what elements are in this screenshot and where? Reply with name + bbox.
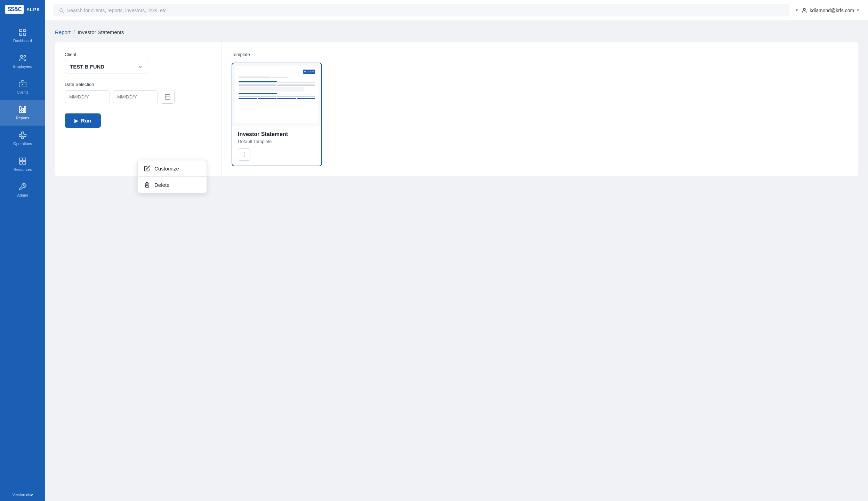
svg-point-26 [60, 8, 63, 11]
admin-icon [18, 183, 27, 191]
search-placeholder: Search for clients, reports, investors, … [67, 8, 168, 13]
template-name: Investor Statement [238, 131, 316, 137]
svg-rect-1 [23, 29, 26, 32]
report-left-panel: Client TEST B FUND Date Selection [55, 42, 222, 176]
context-menu-delete[interactable]: Delete [138, 177, 207, 193]
delete-icon [144, 182, 150, 188]
sidebar-item-reports-label: Reports [16, 116, 30, 120]
sidebar-logo: SS&C ALPS [0, 0, 45, 19]
doc-grid-1 [239, 82, 315, 86]
sidebar-item-dashboard-label: Dashboard [13, 39, 32, 43]
run-icon: ▶ [74, 118, 78, 124]
context-menu: Customize Delete [137, 160, 207, 193]
sidebar-item-admin[interactable]: Admin [0, 177, 45, 203]
delete-label: Delete [154, 182, 169, 188]
sidebar-item-operations[interactable]: Operations [0, 126, 45, 151]
svg-rect-2 [19, 33, 22, 35]
operations-icon [18, 131, 27, 140]
svg-rect-22 [19, 158, 22, 161]
sidebar-item-operations-label: Operations [13, 142, 32, 146]
sidebar-nav: Dashboard Employees Clients [0, 19, 45, 488]
sidebar-item-dashboard[interactable]: Dashboard [0, 23, 45, 48]
svg-rect-13 [24, 106, 26, 113]
doc-logo: SS&C ALPS [239, 70, 315, 74]
calendar-icon-button[interactable] [161, 90, 175, 104]
clients-icon [18, 80, 27, 88]
svg-rect-12 [22, 111, 24, 113]
resources-icon [18, 157, 27, 165]
svg-rect-24 [19, 161, 22, 164]
sidebar-item-resources[interactable]: Resources [0, 151, 45, 177]
sidebar-item-clients[interactable]: Clients [0, 74, 45, 100]
client-value: TEST B FUND [70, 64, 104, 70]
topbar-dropdown-arrow[interactable]: ▼ [795, 8, 798, 12]
sidebar-item-clients-label: Clients [17, 90, 29, 94]
svg-rect-17 [24, 134, 26, 136]
report-card: Client TEST B FUND Date Selection [55, 42, 858, 176]
doc-line-body [239, 87, 304, 92]
template-section-label: Template [232, 52, 849, 57]
date-label: Date Selection [65, 82, 212, 87]
svg-rect-25 [23, 161, 26, 164]
date-end-input[interactable] [113, 90, 158, 103]
template-info: Investor Statement Default Template ⋮ [232, 126, 321, 166]
user-email: kdiamond@krfs.com [810, 8, 854, 13]
breadcrumb-link-report[interactable]: Report [55, 29, 71, 35]
more-dots: ⋮ [241, 151, 247, 158]
sidebar: SS&C ALPS Dashboard Employees [0, 0, 45, 501]
client-dropdown-icon [137, 64, 143, 70]
sidebar-item-employees[interactable]: Employees [0, 48, 45, 74]
document-preview: SS&C ALPS [235, 66, 319, 123]
doc-line-2 [239, 77, 288, 78]
sidebar-item-reports[interactable]: Reports [0, 100, 45, 126]
svg-point-28 [803, 8, 805, 10]
search-icon [59, 8, 64, 13]
breadcrumb-separator: / [73, 29, 75, 35]
topbar-right: ▼ kdiamond@krfs.com ▼ [795, 7, 860, 14]
svg-point-4 [21, 55, 23, 57]
doc-line-3 [239, 79, 269, 79]
doc-grid-3 [239, 98, 315, 99]
user-icon [801, 7, 807, 14]
sidebar-item-employees-label: Employees [13, 64, 32, 69]
date-inputs [65, 90, 212, 104]
context-menu-customize[interactable]: Customize [138, 160, 207, 176]
user-info[interactable]: kdiamond@krfs.com ▼ [801, 7, 860, 14]
breadcrumb: Report / Investor Statements [55, 29, 858, 35]
date-section: Date Selection [65, 82, 212, 104]
sidebar-item-resources-label: Resources [14, 167, 32, 172]
employees-icon [18, 54, 27, 62]
doc-section-investor [239, 81, 277, 82]
sidebar-item-admin-label: Admin [17, 193, 28, 197]
breadcrumb-current: Investor Statements [78, 29, 124, 35]
run-button[interactable]: ▶ Run [65, 113, 101, 128]
doc-grid-2 [239, 95, 315, 97]
content-area: Report / Investor Statements Client TEST… [45, 21, 868, 501]
main-area: Search for clients, reports, investors, … [45, 0, 868, 501]
reports-icon [18, 105, 27, 114]
template-preview: SS&C ALPS [232, 63, 321, 126]
client-label: Client [65, 52, 212, 57]
topbar: Search for clients, reports, investors, … [45, 0, 868, 21]
svg-point-5 [24, 56, 26, 57]
svg-rect-11 [19, 111, 21, 113]
user-dropdown-arrow[interactable]: ▼ [856, 8, 860, 12]
doc-line-1 [239, 76, 269, 77]
doc-section-investment [239, 93, 277, 94]
report-right-panel: Template SS&C ALPS [222, 42, 858, 176]
search-bar[interactable]: Search for clients, reports, investors, … [54, 5, 789, 16]
svg-rect-9 [19, 106, 21, 110]
client-select[interactable]: TEST B FUND [65, 60, 148, 73]
calendar-icon [164, 94, 171, 100]
template-sub: Default Template [238, 139, 316, 144]
date-start-input[interactable] [65, 90, 110, 103]
svg-rect-0 [19, 29, 22, 32]
template-more-button[interactable]: ⋮ [238, 148, 250, 161]
sidebar-version: Version dev [0, 488, 45, 501]
run-label: Run [81, 118, 91, 124]
dashboard-icon [18, 28, 27, 37]
doc-logo-box: SS&C ALPS [303, 70, 315, 74]
svg-rect-16 [22, 137, 24, 139]
logo-box: SS&C [5, 5, 23, 14]
svg-line-27 [63, 11, 64, 13]
